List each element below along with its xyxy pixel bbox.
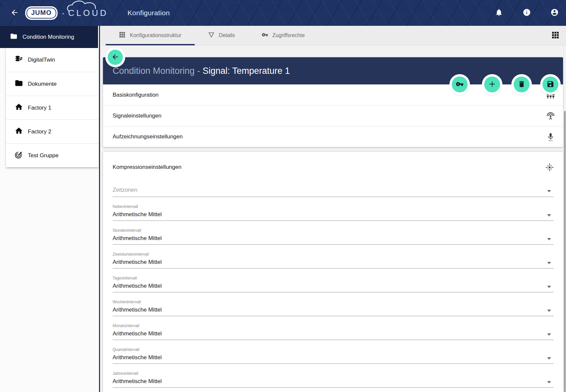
home-icon (15, 103, 23, 113)
sidebar-item-dokumente[interactable]: Dokumente (6, 72, 99, 96)
back-arrow-icon (111, 53, 119, 62)
field-label: Monatsintervall (113, 323, 554, 328)
info-icon (523, 8, 531, 18)
field-value: Arithmetische Mittel (113, 306, 547, 314)
field-tagesintervall[interactable]: Tagesintervall Arithmetische Mittel (113, 276, 554, 292)
topbar: JUMO · CLOUD Konfiguration (0, 0, 566, 26)
field-wochenintervall[interactable]: Wochenintervall Arithmetische Mittel (113, 300, 554, 316)
logo-separator-dot: · (62, 7, 65, 19)
compression-header: Kompressionseinstellungen (113, 164, 554, 171)
sidebar-tree: DigitalTwin Dokumente Factory 1 (6, 48, 99, 167)
folder-icon (15, 79, 23, 89)
field-zweistundenintervall[interactable]: Zweistundenintervall Arithmetische Mitte… (113, 252, 554, 269)
sidebar-item-label: DigitalTwin (28, 57, 55, 63)
bell-icon (495, 8, 503, 18)
digital-twin-icon (15, 55, 23, 65)
sidebar-item-label: Factory 1 (28, 105, 51, 111)
plus-icon (488, 80, 496, 89)
cloud-logo: CLOUD (68, 8, 108, 18)
key-icon (456, 80, 464, 89)
detail-panel: Condition Monitoring - Signal: Temperatu… (103, 57, 563, 147)
folder-icon (10, 32, 18, 42)
save-button[interactable] (542, 76, 558, 92)
sidebar-item-digitaltwin[interactable]: DigitalTwin (6, 48, 99, 72)
chevron-down-icon (547, 190, 551, 192)
account-button[interactable] (550, 8, 559, 18)
tab-zugriffsrechte[interactable]: Zugriffsrechte (248, 26, 318, 45)
save-icon (546, 80, 554, 89)
trash-icon (518, 80, 526, 89)
permissions-button[interactable] (452, 76, 468, 92)
field-label: Nebenintervall (113, 204, 554, 209)
field-label: Quartalintervall (113, 347, 554, 352)
grid-icon (119, 31, 126, 39)
mic-icon (546, 133, 555, 141)
grid-icon (551, 35, 559, 40)
tab-details[interactable]: Details (195, 26, 248, 45)
target-arrow-icon (15, 150, 23, 161)
chevron-down-icon (547, 357, 551, 360)
home-icon (15, 126, 23, 137)
field-value: Arithmetische Mittel (113, 234, 547, 242)
detail-back-button[interactable] (108, 50, 123, 65)
detail-title-signal: Signal: Temperature 1 (203, 66, 290, 76)
field-label: Jahresintervall (113, 371, 554, 376)
field-monatsintervall[interactable]: Monatsintervall Arithmetische Mittel (113, 323, 554, 340)
layout-grid-button[interactable] (551, 31, 560, 40)
field-label: Wochenintervall (113, 300, 554, 305)
section-label: Aufzeichnungseinstellungen (113, 133, 183, 140)
sidebar-item-label: Dokumente (28, 81, 57, 87)
info-button[interactable] (522, 8, 531, 18)
account-circle-icon (550, 8, 559, 18)
sidebar-header-label: Condition Monitoring (23, 34, 74, 40)
chevron-down-icon (547, 286, 551, 288)
back-arrow-icon (10, 8, 19, 18)
delete-button[interactable] (514, 76, 530, 92)
tab-konfigurationsstruktur[interactable]: Konfigurationsstruktur (106, 26, 195, 45)
notifications-button[interactable] (494, 8, 503, 18)
scrollbar-thumb[interactable] (564, 111, 566, 392)
field-label: Stundenintervall (113, 228, 554, 233)
field-jahresintervall[interactable]: Jahresintervall Arithmetische Mittel (113, 371, 554, 388)
detail-title-prefix: Condition Monitoring - (113, 66, 203, 76)
field-value: Arithmetische Mittel (113, 258, 547, 266)
chevron-down-icon (547, 262, 551, 264)
field-quartalintervall[interactable]: Quartalintervall Arithmetische Mittel (113, 347, 554, 364)
cloud-outline-icon (66, 0, 112, 12)
field-value: Arithmetische Mittel (113, 353, 547, 362)
sidebar-item-factory-1[interactable]: Factory 1 (6, 96, 99, 120)
page-title: Konfiguration (128, 9, 170, 17)
section-signaleinstellungen[interactable]: Signaleinstellungen (103, 105, 563, 126)
tab-label: Konfigurationsstruktur (130, 32, 181, 38)
field-label: Tagesintervall (113, 276, 554, 281)
jumo-logo: JUMO (26, 8, 56, 19)
sidebar-item-test-gruppe[interactable]: Test Gruppe (6, 143, 99, 167)
field-value: Arithmetische Mittel (113, 377, 547, 385)
section-aufzeichnungseinstellungen[interactable]: Aufzeichnungseinstellungen (103, 126, 563, 147)
tab-label: Zugriffsrechte (273, 32, 305, 38)
add-button[interactable] (484, 76, 500, 92)
chevron-down-icon (547, 333, 551, 336)
key-icon (262, 31, 268, 39)
compression-heading: Kompressionseinstellungen (113, 164, 181, 171)
field-nebenintervall[interactable]: Nebenintervall Arithmetische Mittel (113, 204, 554, 221)
zeitzonen-select[interactable]: Zeitzonen (113, 186, 554, 197)
sidebar-item-factory-2[interactable]: Factory 2 (6, 120, 99, 143)
sidebar: Condition Monitoring DigitalTwin (0, 26, 99, 392)
topbar-actions (494, 8, 560, 18)
zeitzonen-placeholder: Zeitzonen (113, 186, 547, 194)
tab-bar: Konfigurationsstruktur Details Zugriffsr… (100, 26, 566, 45)
topbar-back-button[interactable] (8, 6, 21, 20)
flare-icon (545, 163, 554, 172)
section-label: Signaleinstellungen (113, 113, 161, 119)
chevron-down-icon (547, 238, 551, 240)
sidebar-item-label: Test Gruppe (28, 152, 59, 159)
compression-panel: Kompressionseinstellungen Zeitzonen Nebe… (103, 152, 563, 392)
field-value: Arithmetische Mittel (113, 329, 547, 338)
vertical-scrollbar[interactable] (563, 45, 566, 392)
field-stundenintervall[interactable]: Stundenintervall Arithmetische Mittel (113, 228, 554, 245)
sidebar-item-condition-monitoring[interactable]: Condition Monitoring (0, 26, 98, 48)
chevron-down-icon (547, 310, 551, 312)
main-content: Konfigurationsstruktur Details Zugriffsr… (100, 26, 566, 392)
field-label: Zweistundenintervall (113, 252, 554, 257)
